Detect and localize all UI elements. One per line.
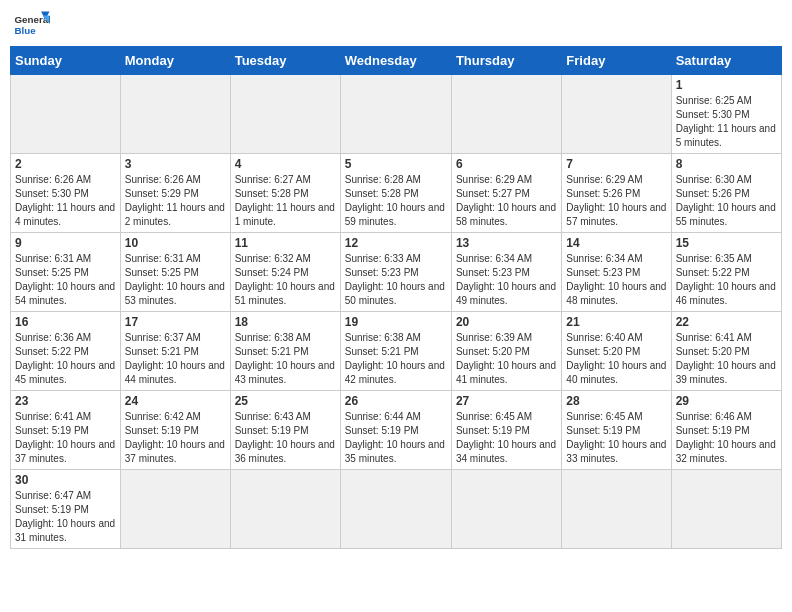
day-number: 11	[235, 236, 336, 250]
calendar-cell: 22Sunrise: 6:41 AM Sunset: 5:20 PM Dayli…	[671, 312, 781, 391]
day-header-wednesday: Wednesday	[340, 47, 451, 75]
calendar-cell: 13Sunrise: 6:34 AM Sunset: 5:23 PM Dayli…	[451, 233, 561, 312]
day-number: 9	[15, 236, 116, 250]
day-header-monday: Monday	[120, 47, 230, 75]
calendar-cell: 23Sunrise: 6:41 AM Sunset: 5:19 PM Dayli…	[11, 391, 121, 470]
calendar-cell	[11, 75, 121, 154]
day-number: 13	[456, 236, 557, 250]
day-number: 14	[566, 236, 666, 250]
day-info: Sunrise: 6:33 AM Sunset: 5:23 PM Dayligh…	[345, 252, 447, 308]
day-info: Sunrise: 6:46 AM Sunset: 5:19 PM Dayligh…	[676, 410, 777, 466]
day-number: 19	[345, 315, 447, 329]
calendar-week-row: 23Sunrise: 6:41 AM Sunset: 5:19 PM Dayli…	[11, 391, 782, 470]
calendar-cell	[230, 470, 340, 549]
day-header-thursday: Thursday	[451, 47, 561, 75]
day-number: 12	[345, 236, 447, 250]
calendar-table: SundayMondayTuesdayWednesdayThursdayFrid…	[10, 46, 782, 549]
day-number: 17	[125, 315, 226, 329]
logo: General Blue	[14, 10, 50, 38]
calendar-cell: 19Sunrise: 6:38 AM Sunset: 5:21 PM Dayli…	[340, 312, 451, 391]
day-number: 22	[676, 315, 777, 329]
calendar-cell: 9Sunrise: 6:31 AM Sunset: 5:25 PM Daylig…	[11, 233, 121, 312]
day-info: Sunrise: 6:41 AM Sunset: 5:19 PM Dayligh…	[15, 410, 116, 466]
calendar-cell: 5Sunrise: 6:28 AM Sunset: 5:28 PM Daylig…	[340, 154, 451, 233]
calendar-cell: 28Sunrise: 6:45 AM Sunset: 5:19 PM Dayli…	[562, 391, 671, 470]
day-number: 18	[235, 315, 336, 329]
calendar-cell	[451, 75, 561, 154]
day-number: 28	[566, 394, 666, 408]
day-info: Sunrise: 6:25 AM Sunset: 5:30 PM Dayligh…	[676, 94, 777, 150]
day-number: 2	[15, 157, 116, 171]
calendar-cell	[562, 75, 671, 154]
day-number: 3	[125, 157, 226, 171]
calendar-week-row: 16Sunrise: 6:36 AM Sunset: 5:22 PM Dayli…	[11, 312, 782, 391]
day-info: Sunrise: 6:45 AM Sunset: 5:19 PM Dayligh…	[456, 410, 557, 466]
day-number: 8	[676, 157, 777, 171]
day-info: Sunrise: 6:30 AM Sunset: 5:26 PM Dayligh…	[676, 173, 777, 229]
day-header-friday: Friday	[562, 47, 671, 75]
calendar-cell: 27Sunrise: 6:45 AM Sunset: 5:19 PM Dayli…	[451, 391, 561, 470]
calendar-cell: 2Sunrise: 6:26 AM Sunset: 5:30 PM Daylig…	[11, 154, 121, 233]
day-number: 21	[566, 315, 666, 329]
day-info: Sunrise: 6:29 AM Sunset: 5:26 PM Dayligh…	[566, 173, 666, 229]
generalblue-logo-icon: General Blue	[14, 10, 50, 38]
day-info: Sunrise: 6:45 AM Sunset: 5:19 PM Dayligh…	[566, 410, 666, 466]
svg-text:Blue: Blue	[15, 25, 37, 36]
day-info: Sunrise: 6:41 AM Sunset: 5:20 PM Dayligh…	[676, 331, 777, 387]
day-info: Sunrise: 6:26 AM Sunset: 5:30 PM Dayligh…	[15, 173, 116, 229]
day-number: 25	[235, 394, 336, 408]
calendar-cell: 15Sunrise: 6:35 AM Sunset: 5:22 PM Dayli…	[671, 233, 781, 312]
day-info: Sunrise: 6:28 AM Sunset: 5:28 PM Dayligh…	[345, 173, 447, 229]
day-info: Sunrise: 6:47 AM Sunset: 5:19 PM Dayligh…	[15, 489, 116, 545]
day-info: Sunrise: 6:44 AM Sunset: 5:19 PM Dayligh…	[345, 410, 447, 466]
calendar-cell: 29Sunrise: 6:46 AM Sunset: 5:19 PM Dayli…	[671, 391, 781, 470]
day-header-saturday: Saturday	[671, 47, 781, 75]
calendar-cell: 3Sunrise: 6:26 AM Sunset: 5:29 PM Daylig…	[120, 154, 230, 233]
day-info: Sunrise: 6:31 AM Sunset: 5:25 PM Dayligh…	[15, 252, 116, 308]
calendar-cell: 20Sunrise: 6:39 AM Sunset: 5:20 PM Dayli…	[451, 312, 561, 391]
calendar-cell	[340, 75, 451, 154]
day-number: 26	[345, 394, 447, 408]
day-number: 7	[566, 157, 666, 171]
calendar-cell: 8Sunrise: 6:30 AM Sunset: 5:26 PM Daylig…	[671, 154, 781, 233]
calendar-cell: 4Sunrise: 6:27 AM Sunset: 5:28 PM Daylig…	[230, 154, 340, 233]
calendar-cell: 6Sunrise: 6:29 AM Sunset: 5:27 PM Daylig…	[451, 154, 561, 233]
day-number: 23	[15, 394, 116, 408]
calendar-cell: 14Sunrise: 6:34 AM Sunset: 5:23 PM Dayli…	[562, 233, 671, 312]
day-number: 1	[676, 78, 777, 92]
calendar-cell: 10Sunrise: 6:31 AM Sunset: 5:25 PM Dayli…	[120, 233, 230, 312]
day-header-tuesday: Tuesday	[230, 47, 340, 75]
calendar-week-row: 1Sunrise: 6:25 AM Sunset: 5:30 PM Daylig…	[11, 75, 782, 154]
calendar-cell: 12Sunrise: 6:33 AM Sunset: 5:23 PM Dayli…	[340, 233, 451, 312]
calendar-week-row: 9Sunrise: 6:31 AM Sunset: 5:25 PM Daylig…	[11, 233, 782, 312]
calendar-cell: 24Sunrise: 6:42 AM Sunset: 5:19 PM Dayli…	[120, 391, 230, 470]
day-info: Sunrise: 6:43 AM Sunset: 5:19 PM Dayligh…	[235, 410, 336, 466]
day-number: 4	[235, 157, 336, 171]
day-info: Sunrise: 6:35 AM Sunset: 5:22 PM Dayligh…	[676, 252, 777, 308]
calendar-cell	[671, 470, 781, 549]
header: General Blue	[10, 10, 782, 38]
calendar-week-row: 30Sunrise: 6:47 AM Sunset: 5:19 PM Dayli…	[11, 470, 782, 549]
calendar-cell	[120, 470, 230, 549]
day-info: Sunrise: 6:36 AM Sunset: 5:22 PM Dayligh…	[15, 331, 116, 387]
calendar-cell: 11Sunrise: 6:32 AM Sunset: 5:24 PM Dayli…	[230, 233, 340, 312]
day-number: 29	[676, 394, 777, 408]
calendar-cell: 25Sunrise: 6:43 AM Sunset: 5:19 PM Dayli…	[230, 391, 340, 470]
day-header-sunday: Sunday	[11, 47, 121, 75]
calendar-cell	[451, 470, 561, 549]
day-info: Sunrise: 6:38 AM Sunset: 5:21 PM Dayligh…	[345, 331, 447, 387]
day-number: 16	[15, 315, 116, 329]
calendar-cell	[340, 470, 451, 549]
calendar-cell: 30Sunrise: 6:47 AM Sunset: 5:19 PM Dayli…	[11, 470, 121, 549]
calendar-cell: 17Sunrise: 6:37 AM Sunset: 5:21 PM Dayli…	[120, 312, 230, 391]
day-info: Sunrise: 6:29 AM Sunset: 5:27 PM Dayligh…	[456, 173, 557, 229]
calendar-cell: 16Sunrise: 6:36 AM Sunset: 5:22 PM Dayli…	[11, 312, 121, 391]
day-info: Sunrise: 6:26 AM Sunset: 5:29 PM Dayligh…	[125, 173, 226, 229]
calendar-cell	[230, 75, 340, 154]
day-number: 5	[345, 157, 447, 171]
day-number: 10	[125, 236, 226, 250]
calendar-cell: 1Sunrise: 6:25 AM Sunset: 5:30 PM Daylig…	[671, 75, 781, 154]
day-number: 6	[456, 157, 557, 171]
day-number: 20	[456, 315, 557, 329]
day-info: Sunrise: 6:32 AM Sunset: 5:24 PM Dayligh…	[235, 252, 336, 308]
